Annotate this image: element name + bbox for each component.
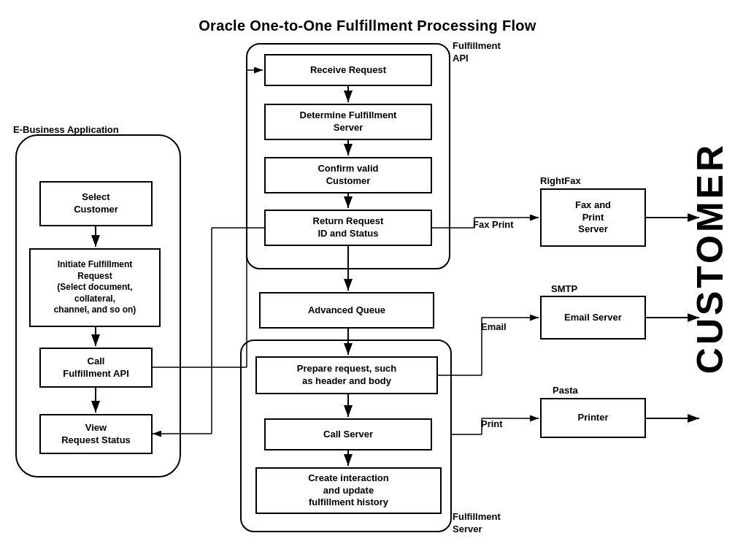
view-request-status-box: ViewRequest Status [39, 414, 153, 454]
printer-box: Printer [540, 398, 646, 438]
rightfax-label: RightFax [540, 175, 581, 188]
email-server-box: Email Server [540, 296, 646, 340]
fax-print-server-box: Fax andPrintServer [540, 188, 646, 247]
create-interaction-box: Create interactionand updatefulfillment … [255, 467, 442, 514]
fulfillment-server-label: FulfillmentServer [453, 511, 501, 536]
page-title: Oracle One-to-One Fulfillment Processing… [0, 9, 735, 34]
select-customer-box: SelectCustomer [39, 181, 153, 226]
call-fulfillment-api-box: CallFulfillment API [39, 348, 153, 388]
pasta-label: Pasta [553, 385, 578, 397]
diagram-container: Oracle One-to-One Fulfillment Processing… [0, 0, 735, 560]
prepare-request-box: Prepare request, suchas header and body [255, 356, 438, 394]
initiate-fulfillment-box: Initiate FulfillmentRequest(Select docum… [29, 248, 161, 327]
customer-text: CUSTOMER [689, 142, 731, 374]
fax-print-label: Fax Print [473, 219, 514, 231]
call-server-box: Call Server [264, 418, 432, 450]
receive-request-box: Receive Request [264, 54, 432, 86]
return-request-box: Return RequestID and Status [264, 210, 432, 246]
fulfillment-api-label: FulfillmentAPI [453, 40, 501, 65]
advanced-queue-box: Advanced Queue [259, 292, 434, 329]
determine-server-box: Determine FulfillmentServer [264, 104, 432, 140]
confirm-customer-box: Confirm validCustomer [264, 157, 432, 193]
print-label: Print [481, 418, 503, 431]
smtp-label: SMTP [551, 283, 577, 296]
ebusiness-label: E-Business Application [13, 124, 119, 137]
email-label: Email [481, 321, 507, 334]
